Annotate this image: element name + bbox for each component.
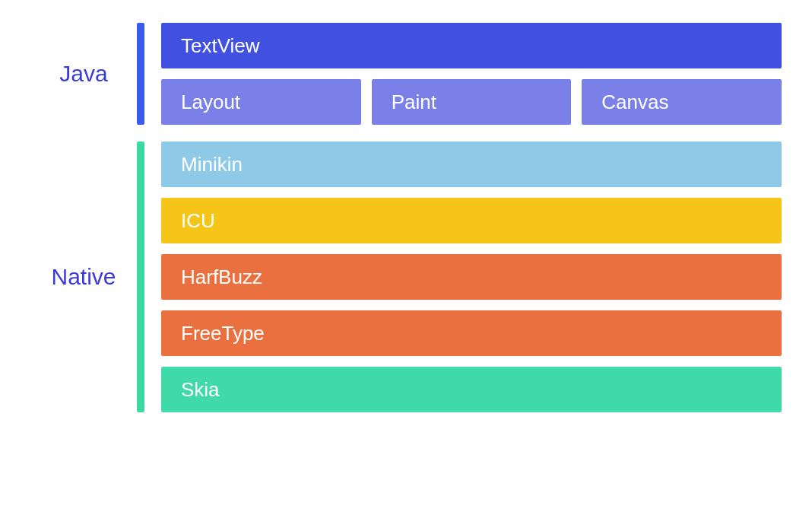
canvas-block: Canvas [582,79,782,125]
native-row-minikin: Minikin [161,142,782,187]
skia-block: Skia [161,367,782,412]
minikin-block: Minikin [161,142,782,187]
native-row-icu: ICU [161,198,782,243]
layout-block: Layout [161,79,361,125]
architecture-diagram: Java TextView Layout Paint Canvas Native… [30,23,782,412]
java-row-1: TextView [161,23,782,68]
native-label: Native [30,142,137,412]
java-row-2: Layout Paint Canvas [161,79,782,125]
native-row-harfbuzz: HarfBuzz [161,254,782,300]
native-row-freetype: FreeType [161,310,782,356]
textview-block: TextView [161,23,782,68]
java-content: TextView Layout Paint Canvas [161,23,782,125]
native-section: Native Minikin ICU HarfBuzz FreeType Ski… [30,142,782,412]
freetype-block: FreeType [161,310,782,356]
native-row-skia: Skia [161,367,782,412]
native-content: Minikin ICU HarfBuzz FreeType Skia [161,142,782,412]
native-section-bar [137,142,144,412]
paint-block: Paint [372,79,572,125]
java-label: Java [30,23,137,125]
java-section-bar [137,23,144,125]
harfbuzz-block: HarfBuzz [161,254,782,300]
icu-block: ICU [161,198,782,243]
java-section: Java TextView Layout Paint Canvas [30,23,782,125]
